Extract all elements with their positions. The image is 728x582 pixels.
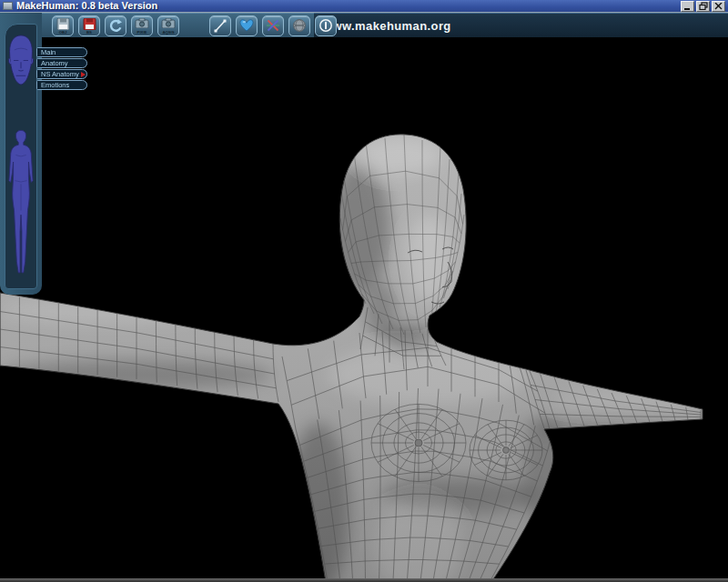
render-aqsis-label: AQSIS (160, 30, 177, 34)
toolbar: OBJ BS (0, 13, 728, 37)
tab-emotions-label: Emotions (41, 81, 69, 89)
viewport-3d[interactable] (0, 36, 728, 582)
export-obj-label: OBJ (55, 30, 72, 34)
toolbar-icon-strip: OBJ BS (0, 13, 314, 37)
render-pixie-button[interactable]: PIXIE (131, 15, 153, 36)
tab-ns-anatomy-label: NS Anatomy (41, 70, 79, 78)
tab-anatomy[interactable]: Anatomy (36, 58, 87, 68)
window-title: MakeHuman: 0.8 beta Version (16, 0, 157, 12)
symmetry-button[interactable] (236, 15, 258, 36)
window-bottom-edge (0, 578, 728, 582)
grab-tool-button[interactable] (209, 15, 231, 36)
toggle-subdivision-button[interactable] (288, 15, 310, 36)
restore-button[interactable] (696, 1, 710, 12)
reload-mesh-button[interactable] (105, 15, 126, 36)
render-pixie-label: PIXIE (134, 30, 151, 34)
restore-icon (699, 2, 708, 10)
about-info-button[interactable] (315, 15, 337, 36)
tab-ns-anatomy[interactable]: NS Anatomy (36, 69, 87, 79)
info-icon (318, 18, 333, 33)
thumbnail-panel (5, 24, 37, 289)
head-view-thumbnail[interactable] (6, 30, 35, 112)
axes-cross-icon (266, 18, 280, 33)
tab-emotions[interactable]: Emotions (36, 80, 87, 90)
app-icon (3, 2, 13, 10)
toolbar-banner: www.makehuman.org (314, 13, 728, 37)
camera-pixie-icon (135, 18, 149, 28)
close-button[interactable] (712, 1, 725, 12)
export-obj-button[interactable]: OBJ (52, 15, 74, 36)
wireframe-female-model (0, 36, 728, 582)
body-view-thumbnail[interactable] (7, 125, 35, 281)
close-icon (714, 3, 723, 10)
tab-column: Main Anatomy NS Anatomy Emotions (36, 47, 87, 91)
tab-anatomy-label: Anatomy (41, 59, 68, 67)
toggle-axes-button[interactable] (262, 15, 284, 36)
refresh-arrows-icon (108, 18, 123, 34)
titlebar: MakeHuman: 0.8 beta Version (0, 0, 728, 13)
render-aqsis-button[interactable]: AQSIS (157, 15, 179, 36)
website-label: www.makehuman.org (323, 19, 451, 33)
window-controls (681, 1, 728, 12)
tab-main[interactable]: Main (36, 47, 87, 57)
floppy-bs-icon (83, 18, 96, 30)
heart-icon (239, 18, 254, 33)
minimize-icon (683, 3, 692, 10)
camera-aqsis-icon (161, 18, 176, 28)
active-tab-marker (81, 72, 86, 77)
minimize-button[interactable] (681, 1, 694, 12)
save-bodysettings-label: BS (81, 30, 98, 34)
tab-main-label: Main (41, 48, 56, 56)
save-bodysettings-button[interactable]: BS (78, 15, 100, 36)
mesh-sphere-icon (292, 18, 307, 33)
diagonal-line-icon (213, 18, 228, 34)
floppy-obj-icon (56, 18, 70, 30)
makehuman-window: MakeHuman: 0.8 beta Version (0, 0, 728, 582)
